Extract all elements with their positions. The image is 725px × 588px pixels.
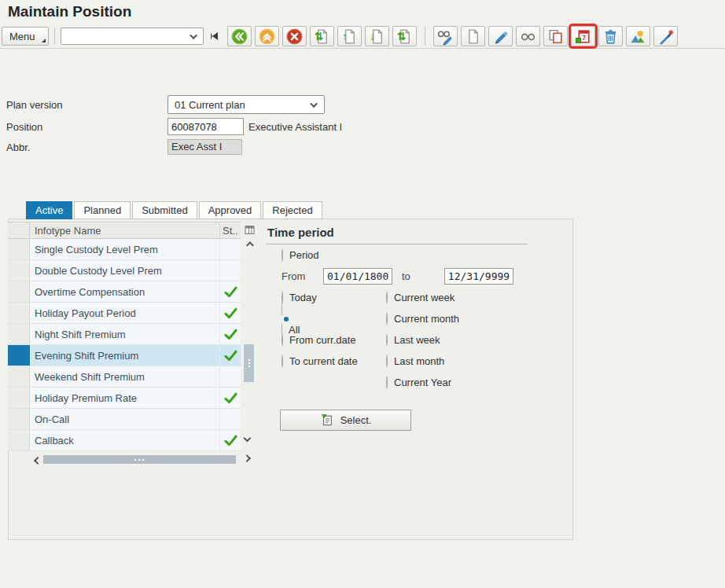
radio-icon[interactable]: [386, 312, 388, 325]
toolbar-group-divider: [425, 27, 425, 46]
change-button[interactable]: [488, 26, 513, 46]
radio-label: To current date: [289, 355, 358, 367]
radio-option-current-week[interactable]: Current week: [386, 292, 455, 303]
select-button[interactable]: Select.: [280, 410, 411, 431]
horizontal-scroll-thumb[interactable]: [43, 455, 236, 464]
status-cell: [219, 409, 241, 429]
radio-icon[interactable]: [386, 376, 388, 389]
next-page-button[interactable]: ↓: [365, 26, 389, 46]
table-row: Weekend Shift Premium: [8, 366, 241, 388]
last-page-icon: ⇅: [396, 28, 414, 46]
infotype-name-cell[interactable]: Overtime Compensation: [30, 281, 219, 302]
radio-icon[interactable]: [386, 333, 388, 347]
vertical-scroll-thumb[interactable]: [244, 344, 254, 382]
plan-version-select[interactable]: 01 Current plan: [167, 95, 325, 114]
scroll-down-button[interactable]: [243, 434, 255, 445]
radio-option-period[interactable]: Period: [282, 249, 319, 261]
previous-page-button[interactable]: ↑: [337, 26, 362, 46]
time-period-option-row: Current Year: [266, 372, 528, 393]
time-period-option-row: AllCurrent month: [266, 308, 528, 329]
table-settings-button[interactable]: [243, 222, 256, 238]
cancel-button[interactable]: [282, 26, 307, 46]
infotype-name-cell[interactable]: Evening Shift Premium: [30, 345, 219, 366]
radio-icon[interactable]: [282, 248, 283, 262]
row-selector[interactable]: [8, 324, 30, 344]
row-selector[interactable]: [8, 239, 30, 259]
scroll-left-button[interactable]: [31, 454, 42, 465]
row-selector[interactable]: [8, 303, 30, 323]
status-column-header[interactable]: St..: [219, 222, 241, 238]
status-cell: [219, 281, 241, 302]
tab-planned[interactable]: Planned: [74, 201, 131, 219]
infotype-name-cell[interactable]: Single Custody Level Prem: [30, 239, 219, 259]
radio-option-last-month[interactable]: Last month: [386, 355, 444, 367]
tab-active[interactable]: Active: [26, 201, 72, 219]
radio-option-to-current-date[interactable]: To current date: [282, 355, 358, 367]
command-field[interactable]: [61, 28, 204, 45]
delete-icon: [602, 28, 620, 46]
display-change-button[interactable]: [433, 26, 458, 46]
radio-option-all[interactable]: All: [282, 303, 300, 336]
next-page-icon: ↓: [368, 28, 386, 46]
radio-option-last-week[interactable]: Last week: [386, 334, 440, 346]
overview-button[interactable]: [626, 26, 650, 46]
infotype-name-cell[interactable]: On-Call: [30, 409, 219, 429]
last-page-button[interactable]: ⇅: [392, 26, 417, 46]
copy-button[interactable]: [543, 26, 568, 46]
infotype-name-cell[interactable]: Double Custody Level Prem: [30, 260, 219, 281]
status-cell: [219, 366, 241, 387]
create-button[interactable]: [461, 26, 485, 46]
select-list-icon: [320, 413, 334, 428]
delimit-button[interactable]: 7: [571, 26, 595, 46]
row-selector[interactable]: [8, 388, 30, 408]
radio-icon[interactable]: [282, 333, 283, 347]
infotype-name-cell[interactable]: Holiday Premium Rate: [30, 388, 219, 408]
tab-submitted[interactable]: Submitted: [132, 201, 197, 219]
table-row: Night Shift Premium: [8, 324, 241, 345]
row-selector[interactable]: [8, 430, 30, 450]
vertical-scroll-track[interactable]: [243, 252, 255, 434]
wand-button[interactable]: [653, 26, 678, 46]
menu-button[interactable]: Menu: [2, 27, 49, 46]
infotype-name-cell[interactable]: Weekend Shift Premium: [30, 366, 219, 387]
scroll-up-button[interactable]: [243, 241, 255, 252]
row-selector[interactable]: [8, 366, 30, 387]
back-button[interactable]: [227, 26, 252, 46]
radio-option-current-year[interactable]: Current Year: [386, 377, 451, 388]
radio-label: Last month: [394, 355, 444, 367]
horizontal-scrollbar: [31, 454, 253, 465]
exit-button[interactable]: [255, 26, 279, 46]
position-input[interactable]: [167, 118, 244, 135]
radio-icon[interactable]: [386, 291, 388, 304]
infotype-name-cell[interactable]: Callback: [30, 430, 219, 450]
display-button[interactable]: [516, 26, 540, 46]
row-selector[interactable]: [8, 260, 30, 281]
delete-button[interactable]: [598, 26, 623, 46]
radio-option-current-month[interactable]: Current month: [386, 313, 459, 325]
tab-approved[interactable]: Approved: [199, 201, 262, 219]
from-date-input[interactable]: [323, 268, 392, 285]
first-page-button[interactable]: ⇅: [310, 26, 334, 46]
table-row: Single Custody Level Prem: [8, 239, 241, 260]
table-row: On-Call: [8, 409, 241, 430]
scroll-right-button[interactable]: [242, 454, 253, 465]
tab-rejected[interactable]: Rejected: [263, 201, 322, 219]
infotype-name-cell[interactable]: Holiday Payout Period: [30, 303, 219, 323]
svg-text:⇅: ⇅: [315, 31, 323, 42]
radio-icon[interactable]: [282, 355, 283, 368]
row-selector[interactable]: [8, 409, 30, 429]
chevron-down-icon[interactable]: [190, 31, 197, 39]
radio-icon[interactable]: [386, 355, 388, 368]
infotype-name-cell[interactable]: Night Shift Premium: [30, 324, 219, 344]
collapse-toolbar-button[interactable]: [211, 32, 218, 40]
row-selector[interactable]: [8, 281, 30, 302]
infotype-name-header[interactable]: Infotype Name: [30, 225, 219, 237]
radio-option-from-curr-date[interactable]: From curr.date: [282, 334, 356, 346]
horizontal-scroll-track[interactable]: [42, 454, 242, 465]
row-selector[interactable]: [8, 345, 30, 366]
table-body: Single Custody Level PremDouble Custody …: [8, 239, 241, 451]
to-date-input[interactable]: [444, 268, 513, 285]
vertical-scrollbar: [243, 222, 255, 445]
selector-column-header[interactable]: [8, 222, 30, 238]
overview-icon: [629, 28, 647, 46]
